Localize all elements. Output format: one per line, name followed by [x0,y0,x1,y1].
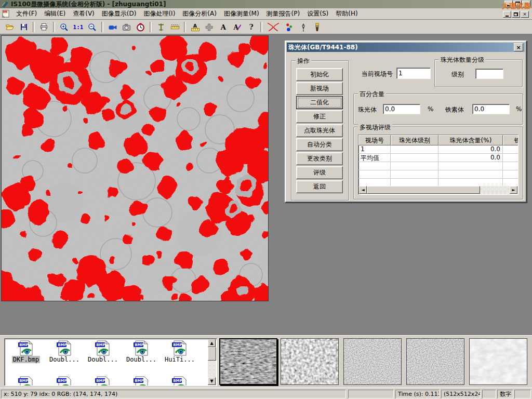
pearlite-percent-input[interactable] [383,104,420,114]
file-name[interactable]: Doubl... [125,356,157,363]
cell: 0.0 [438,154,503,162]
mdi-close-icon[interactable]: × [521,11,529,18]
table-row[interactable] [358,170,518,179]
status-empty-panel [514,390,531,398]
toolbar-separator [53,22,55,32]
video-capture-button[interactable] [105,21,119,33]
brush-icon [314,23,321,32]
menu-measure-report[interactable]: 测量报告(P) [263,8,304,19]
table-horizontal-scrollbar[interactable]: ◄ ► [359,186,517,194]
open-button[interactable] [3,21,17,33]
maximize-icon[interactable] [513,1,522,7]
file-item[interactable]: BMP [45,376,84,386]
binarize-button[interactable]: 二值化 [296,96,343,109]
status-cursor-position: x: 510 y: 79 idx: 0 RGB: (174, 174, 174) [1,390,346,398]
pen-tool-button[interactable] [296,21,310,33]
file-item[interactable]: BMP [122,376,161,386]
micrograph-image[interactable] [1,35,269,301]
rating-table[interactable]: 视场号 珠光体级别 珠光体含量(%) 铁素体 1 0.0 平均值 [358,135,518,195]
text-tool-button[interactable]: A [216,21,230,33]
grading-group: 珠光体数量分级 级别 [434,59,523,87]
close-icon[interactable]: × [522,1,530,7]
scrollbar-thumb[interactable] [367,186,480,194]
table-row[interactable]: 平均值 0.0 [358,154,518,162]
menu-image-measure[interactable]: 图像测量(M) [220,8,263,19]
current-field-input[interactable] [396,68,431,79]
file-item[interactable]: BMP Doubl... [122,340,161,363]
caliper-measure-button[interactable] [154,21,168,33]
menu-image-display[interactable]: 图像显示(D) [98,8,140,19]
change-class-button[interactable]: 更改类别 [296,152,343,165]
level-input[interactable] [475,69,503,79]
file-name[interactable]: HuiTi... [164,356,196,363]
table-row[interactable] [358,162,518,170]
toolbar-separator [33,22,35,32]
zoom-in-button[interactable] [57,21,71,33]
snapshot-button[interactable] [119,21,134,33]
print-button[interactable] [37,21,51,33]
menu-file[interactable]: 文件(F) [12,8,41,19]
file-browser-scrollbar[interactable]: ▲ ▼ [208,339,216,385]
zoom-out-button[interactable] [85,21,99,33]
scroll-right-icon[interactable]: ► [510,186,517,194]
measure-label-button[interactable]: A [188,21,202,33]
thumbnail-3[interactable] [343,338,402,385]
table-row[interactable]: 1 0.0 [358,145,518,154]
thumbnail-5[interactable] [469,338,527,385]
file-item[interactable]: BMP DKF.bmp [7,340,45,363]
init-button[interactable]: 初始化 [296,68,343,81]
ruler-button[interactable] [168,21,182,33]
file-item[interactable]: BMP Doubl... [84,340,122,363]
scroll-up-icon[interactable]: ▲ [208,339,216,347]
file-name[interactable]: DKF.bmp [12,356,41,363]
curve-tool-button[interactable] [264,21,282,33]
save-icon [20,23,28,31]
return-button[interactable]: 返回 [296,180,343,193]
classify-dots-button[interactable] [282,21,296,33]
file-item[interactable]: BMP [161,376,199,386]
brush-tool-button[interactable] [310,21,324,33]
annotate-button[interactable]: A [230,21,244,33]
ferrite-percent-input[interactable] [472,104,510,114]
thumbnail-4[interactable] [406,338,464,385]
thumbnail-1[interactable] [219,338,277,385]
auto-classify-button[interactable]: 自动分类 [296,138,343,151]
thumbnail-2[interactable] [281,338,339,385]
menu-image-analysis[interactable]: 图像分析(A) [179,8,220,19]
file-item[interactable]: BMP Doubl... [45,340,84,363]
help-button[interactable]: ? [244,21,258,33]
cell [503,154,518,162]
menu-view[interactable]: 查看(V) [69,8,98,19]
file-item[interactable]: BMP HuiTi... [161,340,199,363]
mdi-minimize-icon[interactable] [503,11,511,18]
bmp-file-icon: BMP [94,376,112,386]
new-field-button[interactable]: 新视场 [296,82,343,95]
dialog-title-bar[interactable]: 珠光体(GB/T9441-88) × [287,43,525,52]
minimize-icon[interactable] [504,1,513,7]
pick-pearlite-button[interactable]: 点取珠光体 [296,124,343,137]
scrollbar-track[interactable] [480,186,510,194]
menu-image-processing[interactable]: 图像处理(I) [140,8,179,19]
actual-size-button[interactable]: 1:1 [71,21,85,33]
mdi-restore-icon[interactable] [512,11,520,18]
file-name[interactable]: Doubl... [48,356,81,363]
svg-text:BMP: BMP [58,343,66,347]
file-browser[interactable]: BMP DKF.bmp BMP Doubl... BMP [4,338,217,386]
scrollbar-track[interactable] [208,361,216,377]
correct-button[interactable]: 修正 [296,110,343,123]
scrollbar-thumb[interactable] [208,347,216,361]
scroll-down-icon[interactable]: ▼ [208,377,216,385]
save-button[interactable] [17,21,31,33]
grid-tool-button[interactable] [202,21,216,33]
file-item[interactable]: BMP [84,376,122,386]
status-mode: 数字 [497,390,513,398]
grade-button[interactable]: 评级 [296,166,343,179]
menu-edit[interactable]: 编辑(E) [41,8,69,19]
timer-button[interactable] [134,21,148,33]
file-item[interactable]: BMP [7,376,45,386]
scroll-left-icon[interactable]: ◄ [359,186,367,194]
dialog-close-icon[interactable]: × [514,43,523,51]
menu-help[interactable]: 帮助(H) [332,8,361,19]
menu-settings[interactable]: 设置(S) [303,8,332,19]
file-name[interactable]: Doubl... [87,356,119,363]
